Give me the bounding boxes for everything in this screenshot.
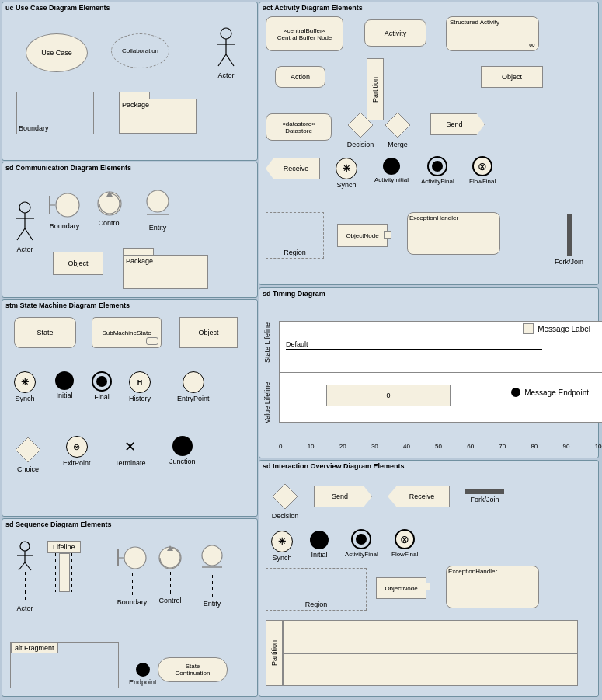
- entry-point-label: EntryPoint: [177, 395, 210, 402]
- synch-shape-act: ✳: [336, 158, 357, 179]
- communication-title: sd Communication Diagram Elements: [2, 162, 257, 173]
- alt-fragment: alt Fragment: [10, 642, 119, 688]
- state-shape: State: [14, 317, 76, 348]
- junction-shape: [172, 436, 193, 456]
- object-shape-sm: Object: [179, 317, 238, 348]
- exit-point-shape: ⊗: [66, 436, 88, 458]
- actor-lifeline: [25, 572, 26, 603]
- activation-box: [59, 553, 70, 592]
- flow-final-shape-io: ⊗: [395, 529, 415, 549]
- svg-point-25: [124, 547, 146, 569]
- message-endpoint-text: Message Endpoint: [524, 388, 589, 397]
- initial-shape-io: [310, 531, 329, 549]
- use-case-shape: Use Case: [26, 33, 88, 72]
- activity-title: act Activity Diagram Elements: [259, 2, 598, 13]
- activity-final-label: ActivityFinal: [421, 178, 454, 185]
- action-shape: Action: [275, 66, 325, 88]
- flow-final-label: FlowFinal: [469, 178, 496, 185]
- state-continuation-shape: State Continuation: [158, 657, 228, 682]
- datastore-shape: «datastore» Datastore: [266, 113, 332, 141]
- package-shape-uc: Package: [119, 92, 197, 137]
- activity-initial-shape: [383, 158, 400, 175]
- sequence-panel: sd Sequence Diagram Elements Actor Lifel…: [2, 518, 258, 697]
- entity-label-seq: Entity: [204, 600, 221, 608]
- svg-point-12: [56, 193, 79, 217]
- timing-x-axis: 0 10 20 30 40 50 60 70 80 90 100: [279, 441, 602, 450]
- flow-final-label-io: FlowFinal: [391, 551, 418, 558]
- synch-label-io: Synch: [272, 554, 291, 562]
- activity-final-inner-io: [356, 534, 367, 545]
- default-label: Default: [286, 340, 308, 348]
- synch-label-sm: Synch: [15, 395, 34, 402]
- timing-panel: sd Timing Diagram State Lifeline Default…: [259, 287, 599, 458]
- interaction-overview-panel: sd Interaction Overview Diagram Elements…: [259, 460, 599, 697]
- control-label-comm: Control: [98, 219, 120, 227]
- boundary-label-comm: Boundary: [50, 222, 80, 230]
- terminate-label: Terminate: [115, 459, 146, 467]
- merge-label: Merge: [388, 141, 408, 148]
- boundary-svg-seq: [117, 544, 148, 573]
- control-svg-seq: [156, 544, 184, 572]
- interaction-overview-title: sd Interaction Overview Diagram Elements: [259, 461, 598, 472]
- svg-marker-19: [16, 437, 40, 462]
- activity-final-outer: [427, 156, 447, 176]
- send-shape-io: Send: [314, 486, 372, 507]
- sub-machine-shape: SubMachineState: [92, 317, 162, 348]
- actor-svg-seq: [14, 541, 36, 572]
- object-shape-comm: Object: [53, 252, 103, 275]
- synch-shape-io: ✳: [271, 531, 293, 552]
- value-lifeline-label: Value Lifeline: [263, 378, 271, 428]
- fork-join-label-act: Fork/Join: [555, 258, 583, 266]
- exit-point-label: ExitPoint: [63, 459, 91, 467]
- svg-point-0: [221, 28, 231, 39]
- state-machine-panel: stm State Machine Diagram Elements State…: [2, 299, 258, 517]
- boundary-svg-comm: [49, 190, 80, 221]
- initial-shape-sm: [55, 371, 74, 390]
- synch-label-act: Synch: [336, 181, 356, 189]
- timing-title: sd Timing Diagram: [259, 288, 598, 299]
- boundary-shape: Boundary: [16, 92, 94, 134]
- state-line: [286, 349, 542, 350]
- use-case-panel: uc Use Case Diagram Elements Use Case Co…: [2, 2, 258, 161]
- svg-line-10: [17, 228, 25, 240]
- actor-label-comm: Actor: [16, 246, 33, 253]
- control-svg-comm: [96, 190, 124, 218]
- object-node-shape-act: ObjectNode: [337, 224, 388, 247]
- initial-label-io: Initial: [311, 551, 327, 559]
- svg-marker-6: [385, 113, 410, 138]
- use-case-title: uc Use Case Diagram Elements: [2, 2, 257, 13]
- svg-marker-5: [348, 113, 373, 138]
- receive-shape-act: Receive: [266, 158, 320, 179]
- message-label-square: [523, 323, 534, 334]
- actor-svg-comm: [14, 201, 36, 244]
- receive-shape-io: Receive: [388, 486, 450, 507]
- history-label-sm: History: [129, 395, 151, 402]
- svg-point-7: [19, 202, 30, 213]
- activity-initial-label: ActivityInitial: [374, 176, 409, 183]
- actor-label-seq: Actor: [16, 604, 33, 612]
- message-endpoint-circle: [511, 388, 520, 397]
- central-buffer-shape: «centralBuffer» Central Buffer Node: [266, 16, 343, 51]
- initial-label-sm: Initial: [56, 392, 72, 399]
- message-label-text: Message Label: [538, 325, 590, 333]
- message-label-group: Message Label: [523, 323, 590, 334]
- control-label-seq: Control: [158, 597, 181, 604]
- entity-svg-comm: [144, 190, 172, 222]
- region-shape-act: Region: [266, 212, 324, 259]
- svg-point-17: [147, 190, 169, 212]
- structured-activity-shape: Structured Activity ∞: [446, 16, 539, 51]
- sequence-title: sd Sequence Diagram Elements: [2, 519, 257, 530]
- svg-line-23: [19, 562, 25, 570]
- final-label-sm: Final: [94, 393, 110, 401]
- decision-diamond-io: [271, 482, 299, 510]
- terminate-shape: ✕: [120, 436, 141, 458]
- region-io-container: Region: [266, 568, 367, 611]
- activity-shape: Activity: [364, 19, 426, 47]
- svg-line-11: [25, 228, 33, 240]
- send-shape-act: Send: [430, 113, 485, 135]
- value-box: 0: [326, 385, 451, 406]
- lifeline-header: Lifeline: [47, 541, 81, 553]
- fork-join-shape-act: [567, 214, 572, 256]
- endpoint-label: Endpoint: [129, 678, 157, 686]
- exception-handler-shape: ExceptionHandler: [407, 212, 500, 255]
